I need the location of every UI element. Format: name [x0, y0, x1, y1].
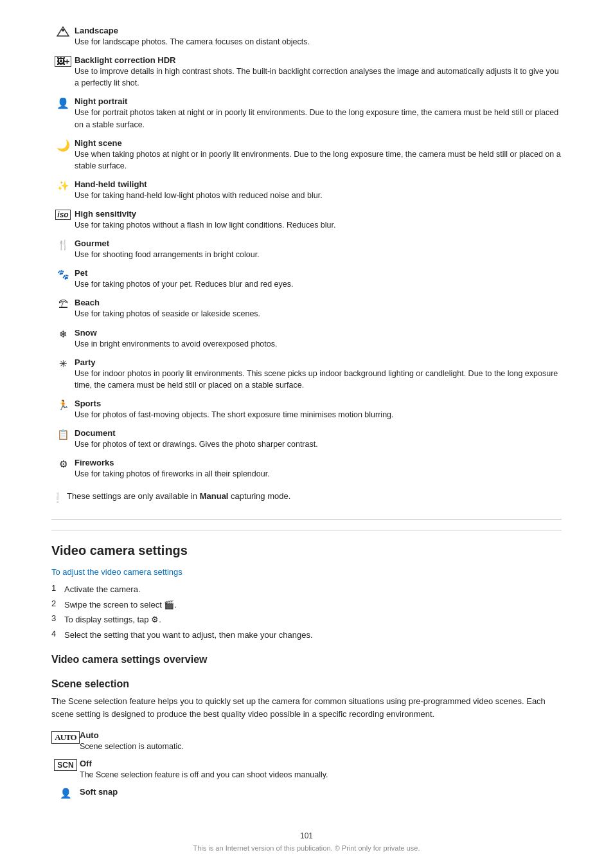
item-desc-pet: Use for taking photos of your pet. Reduc…: [75, 278, 562, 290]
scene-option-desc-0: Scene selection is automatic.: [80, 741, 562, 752]
scene-option-0: AUTOAutoScene selection is automatic.: [51, 730, 562, 752]
item-desc-document: Use for photos of text or drawings. Give…: [75, 439, 562, 450]
svg-point-1: [62, 29, 64, 32]
step-text-3: To display settings, tap ⚙.: [64, 613, 562, 626]
sports-icon: 🏃: [51, 399, 75, 411]
item-desc-sports: Use for photos of fast-moving objects. T…: [75, 409, 562, 420]
note-text: These settings are only available in Man…: [67, 491, 290, 501]
page-number: 101: [51, 831, 562, 840]
item-title-landscape: Landscape: [75, 26, 562, 35]
video-settings-heading: Video camera settings: [51, 530, 562, 558]
scene-option-icon-0: AUTO: [51, 730, 80, 744]
page-footer: 101 This is an Internet version of this …: [51, 825, 562, 852]
scene-options-list: AUTOAutoScene selection is automatic.SCN…: [51, 730, 562, 799]
backlight-hdr-icon: 🖼+: [51, 55, 75, 67]
scene-item-party: ✳PartyUse for indoor photos in poorly li…: [51, 357, 562, 391]
scene-option-icon-1: SCN: [51, 759, 80, 771]
note-icon: ❕: [51, 492, 67, 503]
document-icon: 📋: [51, 428, 75, 440]
item-title-backlight-hdr: Backlight correction HDR: [75, 55, 562, 65]
step-num-3: 3: [51, 613, 64, 623]
scene-option-1: SCNOffThe Scene selection feature is off…: [51, 759, 562, 781]
scene-option-title-2: Soft snap: [80, 787, 562, 797]
step-item-3: 3To display settings, tap ⚙.: [51, 613, 562, 626]
step-item-4: 4Select the setting that you want to adj…: [51, 629, 562, 642]
note-row: ❕ These settings are only available in M…: [51, 491, 562, 503]
snow-icon: ❄: [51, 328, 75, 340]
item-desc-night-portrait: Use for portrait photos taken at night o…: [75, 107, 562, 130]
landscape-icon: [51, 26, 75, 37]
party-icon: ✳: [51, 357, 75, 370]
gourmet-icon: 🍴: [51, 239, 75, 251]
item-desc-snow: Use in bright environments to avoid over…: [75, 338, 562, 350]
pet-icon: 🐾: [51, 268, 75, 280]
step-item-2: 2Swipe the screen to select 🎬.: [51, 599, 562, 611]
scene-items-list: LandscapeUse for landscape photos. The c…: [51, 26, 562, 480]
item-title-sports: Sports: [75, 399, 562, 408]
item-title-pet: Pet: [75, 268, 562, 278]
step-num-2: 2: [51, 599, 64, 608]
scene-item-night-portrait: 👤Night portraitUse for portrait photos t…: [51, 96, 562, 130]
scene-option-title-0: Auto: [80, 730, 562, 740]
item-desc-hand-held-twilight: Use for taking hand-held low-light photo…: [75, 190, 562, 201]
item-title-night-portrait: Night portrait: [75, 96, 562, 106]
item-title-beach: Beach: [75, 298, 562, 307]
video-steps-list: 1Activate the camera.2Swipe the screen t…: [51, 583, 562, 641]
scene-item-pet: 🐾PetUse for taking photos of your pet. R…: [51, 268, 562, 290]
item-title-gourmet: Gourmet: [75, 239, 562, 248]
step-item-1: 1Activate the camera.: [51, 583, 562, 596]
step-text-2: Swipe the screen to select 🎬.: [64, 599, 562, 611]
overview-heading: Video camera settings overview: [51, 654, 562, 665]
item-title-high-sensitivity: High sensitivity: [75, 209, 562, 219]
step-num-1: 1: [51, 583, 64, 593]
item-title-hand-held-twilight: Hand-held twilight: [75, 179, 562, 189]
step-text-4: Select the setting that you want to adju…: [64, 629, 562, 642]
item-desc-party: Use for indoor photos in poorly lit envi…: [75, 368, 562, 391]
scene-heading: Scene selection: [51, 678, 562, 690]
scene-item-high-sensitivity: isoHigh sensitivityUse for taking photos…: [51, 209, 562, 231]
scene-option-title-1: Off: [80, 759, 562, 768]
item-desc-beach: Use for taking photos of seaside or lake…: [75, 308, 562, 320]
hand-held-twilight-icon: ✨: [51, 179, 75, 192]
item-desc-backlight-hdr: Use to improve details in high contrast …: [75, 66, 562, 89]
item-title-night-scene: Night scene: [75, 138, 562, 148]
night-scene-icon: 🌙: [51, 138, 75, 152]
night-portrait-icon: 👤: [51, 96, 75, 109]
adjust-video-link[interactable]: To adjust the video camera settings: [51, 567, 562, 577]
scene-item-beach: ⛱BeachUse for taking photos of seaside o…: [51, 298, 562, 320]
scene-item-hand-held-twilight: ✨Hand-held twilightUse for taking hand-h…: [51, 179, 562, 201]
scene-item-night-scene: 🌙Night sceneUse when taking photos at ni…: [51, 138, 562, 172]
high-sensitivity-icon: iso: [51, 209, 75, 220]
step-text-1: Activate the camera.: [64, 583, 562, 596]
scene-desc: The Scene selection feature helps you to…: [51, 695, 562, 721]
step-num-4: 4: [51, 629, 64, 638]
scene-item-snow: ❄SnowUse in bright environments to avoid…: [51, 328, 562, 350]
item-desc-night-scene: Use when taking photos at night or in po…: [75, 149, 562, 172]
scene-item-sports: 🏃SportsUse for photos of fast-moving obj…: [51, 399, 562, 420]
scene-item-landscape: LandscapeUse for landscape photos. The c…: [51, 26, 562, 48]
scene-item-document: 📋DocumentUse for photos of text or drawi…: [51, 428, 562, 450]
item-desc-high-sensitivity: Use for taking photos without a flash in…: [75, 219, 562, 231]
item-title-party: Party: [75, 357, 562, 367]
copyright-text: This is an Internet version of this publ…: [51, 844, 562, 852]
fireworks-icon: ⚙: [51, 458, 75, 470]
item-desc-landscape: Use for landscape photos. The camera foc…: [75, 36, 562, 48]
item-desc-gourmet: Use for shooting food arrangements in br…: [75, 249, 562, 260]
scene-option-2: 👤Soft snap: [51, 787, 562, 799]
scene-item-gourmet: 🍴GourmetUse for shooting food arrangemen…: [51, 239, 562, 260]
scene-option-icon-2: 👤: [51, 787, 80, 799]
scene-option-desc-1: The Scene selection feature is off and y…: [80, 769, 562, 781]
item-title-document: Document: [75, 428, 562, 438]
item-title-snow: Snow: [75, 328, 562, 338]
item-desc-fireworks: Use for taking photos of fireworks in al…: [75, 468, 562, 480]
scene-item-backlight-hdr: 🖼+Backlight correction HDRUse to improve…: [51, 55, 562, 89]
item-title-fireworks: Fireworks: [75, 458, 562, 467]
beach-icon: ⛱: [51, 298, 75, 309]
scene-item-fireworks: ⚙FireworksUse for taking photos of firew…: [51, 458, 562, 480]
